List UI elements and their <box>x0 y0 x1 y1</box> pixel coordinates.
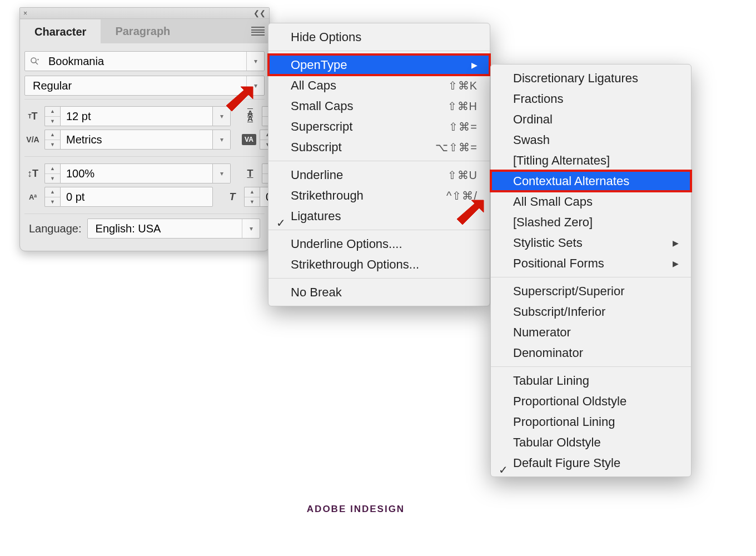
menu-item-slashed-zero[interactable]: [Slashed Zero] <box>491 212 691 232</box>
tab-label: Character <box>34 26 86 38</box>
character-panel: × ❮❮ Character Paragraph ▾ ▾ ▾ <box>19 7 270 251</box>
submenu-arrow-icon: ▶ <box>471 61 478 70</box>
tracking-icon: VA <box>242 134 256 145</box>
skew-icon: T <box>224 191 241 203</box>
menu-item-swash[interactable]: Swash <box>491 130 691 150</box>
menu-item-stylistic-sets[interactable]: Stylistic Sets▶ <box>491 232 691 253</box>
menu-item-superscript-superior[interactable]: Superscript/Superior <box>491 281 691 301</box>
tab-character[interactable]: Character <box>20 19 101 44</box>
menu-item-titling-alternates[interactable]: [Titling Alternates] <box>491 150 691 171</box>
menu-item-all-caps[interactable]: All Caps⇧⌘K <box>268 75 490 96</box>
caption: ADOBE INDESIGN <box>0 504 712 515</box>
menu-item-hide-options[interactable]: Hide Options <box>268 27 490 47</box>
menu-item-proportional-oldstyle[interactable]: Proportional Oldstyle <box>491 391 691 411</box>
annotation-arrow-icon <box>218 82 257 121</box>
menu-item-default-figure-style[interactable]: Default Figure Style <box>491 453 691 473</box>
tab-label: Paragraph <box>115 25 170 38</box>
menu-item-contextual-alternates[interactable]: Contextual Alternates <box>491 171 691 191</box>
vscale-field[interactable]: ▲▼ ▾ <box>44 163 231 183</box>
menu-item-fractions[interactable]: Fractions <box>491 88 691 109</box>
kerning-icon: V/A <box>24 135 41 144</box>
language-label: Language: <box>29 222 82 235</box>
menu-item-strikethrough-options[interactable]: Strikethrough Options... <box>268 254 490 275</box>
close-icon[interactable]: × <box>23 9 27 17</box>
menu-item-all-small-caps[interactable]: All Small Caps <box>491 191 691 212</box>
annotation-arrow-icon <box>449 196 488 235</box>
font-style-input[interactable] <box>25 76 246 95</box>
submenu-arrow-icon: ▶ <box>673 259 679 268</box>
svg-marker-4 <box>457 200 484 225</box>
opentype-submenu: Discretionary Ligatures Fractions Ordina… <box>490 64 692 477</box>
menu-item-denominator[interactable]: Denominator <box>491 342 691 363</box>
menu-item-positional-forms[interactable]: Positional Forms▶ <box>491 253 691 274</box>
menu-item-no-break[interactable]: No Break <box>268 282 490 302</box>
baseline-input[interactable] <box>60 187 213 207</box>
tab-bar: Character Paragraph <box>20 19 269 43</box>
menu-item-superscript[interactable]: Superscript⇧⌘= <box>268 116 490 137</box>
chevron-down-icon[interactable]: ▾ <box>242 219 260 238</box>
menu-item-small-caps[interactable]: Small Caps⇧⌘H <box>268 96 490 116</box>
tab-paragraph[interactable]: Paragraph <box>101 19 185 43</box>
panel-context-menu: Hide Options OpenType ▶ All Caps⇧⌘K Smal… <box>268 23 490 306</box>
stepper[interactable]: ▲▼ <box>44 187 60 207</box>
menu-item-numerator[interactable]: Numerator <box>491 322 691 342</box>
menu-item-underline[interactable]: Underline⇧⌘U <box>268 165 490 185</box>
font-size-input[interactable] <box>60 106 213 126</box>
stepper[interactable]: ▲▼ <box>44 106 60 126</box>
search-icon: ▾ <box>25 52 44 71</box>
font-size-icon: TT <box>24 111 41 122</box>
collapse-icon[interactable]: ❮❮ <box>253 9 266 17</box>
menu-item-discretionary-ligatures[interactable]: Discretionary Ligatures <box>491 68 691 88</box>
menu-item-tabular-lining[interactable]: Tabular Lining <box>491 370 691 391</box>
menu-item-subscript[interactable]: Subscript⌥⇧⌘= <box>268 137 490 157</box>
language-field[interactable]: ▾ <box>87 219 260 239</box>
chevron-down-icon[interactable]: ▾ <box>213 163 231 183</box>
menu-item-tabular-oldstyle[interactable]: Tabular Oldstyle <box>491 432 691 453</box>
menu-item-opentype[interactable]: OpenType ▶ <box>268 54 490 75</box>
font-family-input[interactable] <box>44 52 246 71</box>
stepper[interactable]: ▲▼ <box>44 130 60 150</box>
font-family-field[interactable]: ▾ ▾ <box>24 51 265 71</box>
kerning-input[interactable] <box>60 130 213 150</box>
panel-titlebar[interactable]: × ❮❮ <box>20 8 269 19</box>
stepper[interactable]: ▲▼ <box>244 187 260 207</box>
menu-item-underline-options[interactable]: Underline Options.... <box>268 234 490 254</box>
chevron-down-icon[interactable]: ▾ <box>246 52 264 71</box>
vscale-input[interactable] <box>60 163 213 183</box>
svg-point-0 <box>31 58 36 63</box>
submenu-arrow-icon: ▶ <box>673 239 679 247</box>
baseline-icon: Aª <box>24 193 41 201</box>
menu-item-ordinal[interactable]: Ordinal <box>491 109 691 130</box>
panel-menu-icon[interactable] <box>247 19 269 43</box>
font-size-field[interactable]: ▲▼ ▾ <box>44 106 231 126</box>
svg-text:▾: ▾ <box>37 58 39 61</box>
kerning-field[interactable]: ▲▼ ▾ <box>44 130 231 150</box>
menu-item-proportional-lining[interactable]: Proportional Lining <box>491 411 691 432</box>
language-input[interactable] <box>88 219 242 238</box>
stepper[interactable]: ▲▼ <box>44 163 60 183</box>
svg-line-1 <box>36 62 38 64</box>
baseline-field[interactable]: ▲▼ <box>44 187 213 207</box>
chevron-down-icon[interactable]: ▾ <box>213 130 231 150</box>
vscale-icon: ↕T <box>24 168 41 180</box>
svg-marker-3 <box>226 87 253 111</box>
hscale-icon: T <box>242 168 258 180</box>
menu-item-subscript-inferior[interactable]: Subscript/Inferior <box>491 301 691 322</box>
